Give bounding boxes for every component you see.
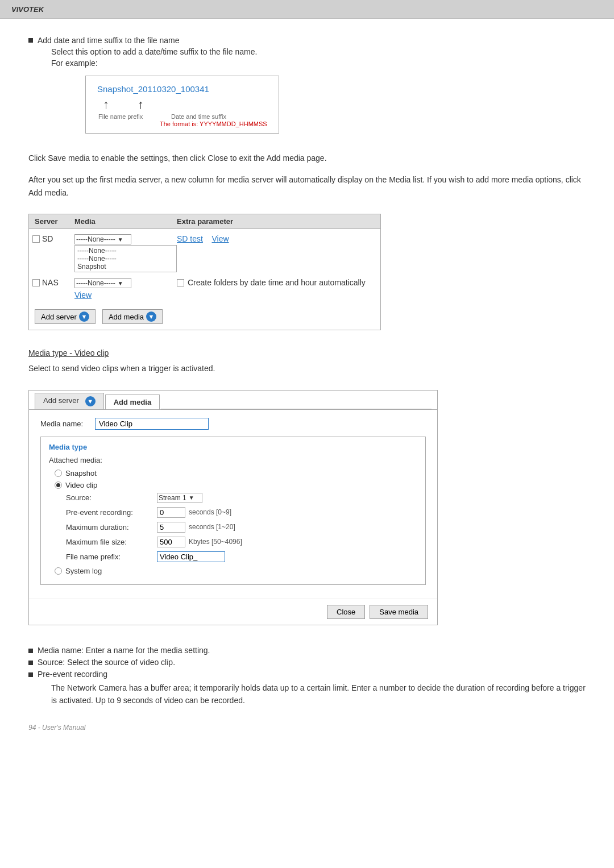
- option-none1[interactable]: -----None-----: [77, 247, 174, 255]
- nas-folders-label: Create folders by date time and hour aut…: [188, 278, 366, 287]
- video-clip-radio-label: Video clip: [65, 481, 97, 489]
- th-server: Server: [29, 217, 74, 226]
- max-file-size-input[interactable]: [157, 537, 185, 547]
- tab-add-server[interactable]: Add server ▼: [35, 393, 104, 409]
- td-sd-extra: SD test View: [177, 234, 380, 243]
- tab-add-media-label: Add media: [114, 398, 151, 406]
- tab-add-media[interactable]: Add media: [105, 394, 160, 409]
- video-clip-radio[interactable]: [55, 481, 62, 489]
- attached-media-label: Attached media:: [49, 456, 417, 464]
- video-clip-radio-row: Video clip: [55, 481, 417, 489]
- sd-media-select-value: -----None-----: [76, 235, 115, 243]
- bottom-bullet-2: Source: Select the source of video clip.: [28, 658, 586, 667]
- add-media-button[interactable]: Add media ▼: [102, 309, 163, 324]
- media-type-title: Media type: [49, 443, 417, 451]
- max-duration-row: Maximum duration: seconds [1~20]: [66, 522, 417, 533]
- tab-server-icon: ▼: [85, 396, 96, 406]
- source-label: Source:: [66, 493, 157, 502]
- option-none2[interactable]: -----None-----: [77, 255, 174, 263]
- indent-select-option: Select this option to add a date/time su…: [51, 47, 586, 56]
- add-server-button[interactable]: Add server ▼: [35, 309, 96, 324]
- source-select[interactable]: Stream 1 ▼: [157, 493, 202, 503]
- add-server-icon: ▼: [79, 312, 89, 322]
- media-type-desc: Select to send video clips when a trigge…: [28, 362, 586, 375]
- table-row-nas: NAS -----None----- ▼ View: [29, 276, 380, 301]
- max-duration-input[interactable]: [157, 522, 185, 533]
- media-name-input[interactable]: [95, 418, 209, 430]
- max-file-size-note: Kbytes [50~4096]: [189, 538, 242, 546]
- panel-body: Media name: Media type Attached media: S…: [29, 410, 437, 599]
- panel-tabs: Add server ▼ Add media: [29, 391, 437, 410]
- nas-media-select-value: -----None-----: [76, 279, 115, 287]
- file-name-prefix-row: File name prefix:: [66, 551, 417, 562]
- arrow-prefix-icon: ↑: [103, 97, 109, 112]
- th-media: Media: [74, 217, 177, 226]
- media-type-box: Media type Attached media: Snapshot Vide…: [40, 437, 426, 585]
- bullet-text-3: Pre-event recording: [38, 670, 107, 679]
- bottom-bullet-3: Pre-event recording: [28, 670, 586, 679]
- source-row: Source: Stream 1 ▼: [66, 493, 417, 503]
- panel-footer: Close Save media: [29, 599, 437, 625]
- option-snapshot[interactable]: Snapshot: [77, 263, 174, 271]
- sd-view-link[interactable]: View: [211, 234, 229, 243]
- snapshot-radio-label: Snapshot: [65, 469, 97, 477]
- paragraph-save-media: Click Save media to enable the settings,…: [28, 152, 586, 164]
- bullet-date-time-text: Add date and time suffix to the file nam…: [38, 36, 180, 45]
- nas-checkbox[interactable]: [32, 279, 40, 286]
- nas-view-link[interactable]: View: [74, 290, 92, 300]
- snapshot-filename: Snapshot_20110320_100341: [97, 84, 267, 94]
- close-button[interactable]: Close: [327, 605, 365, 619]
- page-footer: 94 - User's Manual: [28, 724, 586, 732]
- max-duration-label: Maximum duration:: [66, 523, 157, 531]
- label-date-time: Date and time suffix: [171, 113, 226, 120]
- page-content: Add date and time suffix to the file nam…: [0, 19, 614, 754]
- file-name-prefix-label: File name prefix:: [66, 553, 157, 561]
- nas-label: NAS: [42, 278, 59, 287]
- bullet-text-1: Media name: Enter a name for the media s…: [38, 646, 210, 655]
- table-header-row: Server Media Extra parameter: [29, 214, 380, 229]
- bullet-icon-1: [28, 649, 33, 653]
- media-type-heading: Media type - Video clip: [28, 348, 109, 358]
- sd-test-link[interactable]: SD test: [177, 234, 203, 243]
- max-file-size-label: Maximum file size:: [66, 538, 157, 546]
- sd-media-select-arrow: ▼: [118, 236, 123, 243]
- file-name-prefix-input[interactable]: [157, 551, 225, 562]
- source-select-arrow: ▼: [189, 495, 194, 501]
- nas-media-select[interactable]: -----None----- ▼: [74, 278, 131, 288]
- indent-for-example: For example:: [51, 59, 586, 68]
- bottom-bullets: Media name: Enter a name for the media s…: [28, 646, 586, 707]
- video-clip-options: Source: Stream 1 ▼ Pre-event recording: …: [66, 493, 417, 562]
- add-media-icon: ▼: [146, 312, 156, 322]
- td-sd-server: SD: [29, 234, 74, 243]
- bullet-icon-2: [28, 661, 33, 665]
- pre-event-input[interactable]: [157, 507, 185, 518]
- brand-title: VIVOTEK: [11, 5, 44, 14]
- media-name-row: Media name:: [40, 418, 426, 430]
- td-nas-extra: Create folders by date time and hour aut…: [177, 278, 380, 287]
- bottom-bullet-1: Media name: Enter a name for the media s…: [28, 646, 586, 655]
- tab-add-server-label: Add server: [43, 396, 79, 405]
- sd-media-select[interactable]: -----None----- ▼: [74, 234, 131, 244]
- sd-checkbox[interactable]: [32, 235, 40, 243]
- snapshot-radio[interactable]: [55, 470, 62, 477]
- pre-event-row: Pre-event recording: seconds [0~9]: [66, 507, 417, 518]
- example-box: Snapshot_20110320_100341 ↑ ↑ File name p…: [85, 76, 279, 134]
- system-log-radio[interactable]: [55, 567, 62, 575]
- nas-folders-checkbox[interactable]: [177, 279, 184, 286]
- max-file-size-row: Maximum file size: Kbytes [50~4096]: [66, 537, 417, 547]
- bullet-icon-3: [28, 672, 33, 677]
- add-server-label: Add server: [41, 313, 77, 321]
- system-log-radio-row: System log: [55, 567, 417, 575]
- table-buttons-row: Add server ▼ Add media ▼: [29, 305, 380, 330]
- label-file-prefix: File name prefix: [98, 113, 161, 120]
- bullet-date-time: Add date and time suffix to the file nam…: [28, 36, 586, 45]
- td-nas-media: -----None----- ▼ View: [74, 278, 177, 300]
- add-media-panel: Add server ▼ Add media Media name: Media: [28, 390, 438, 625]
- nas-checkbox-row: Create folders by date time and hour aut…: [177, 278, 375, 287]
- server-media-table: Server Media Extra parameter SD -----Non…: [28, 214, 381, 330]
- source-select-value: Stream 1: [159, 494, 186, 502]
- date-time-suffix-section: Add date and time suffix to the file nam…: [28, 36, 586, 139]
- sd-media-dropdown[interactable]: -----None----- -----None----- Snapshot: [74, 245, 177, 272]
- table-body: SD -----None----- ▼ -----None----- -: [29, 229, 380, 305]
- save-media-button[interactable]: Save media: [370, 605, 428, 619]
